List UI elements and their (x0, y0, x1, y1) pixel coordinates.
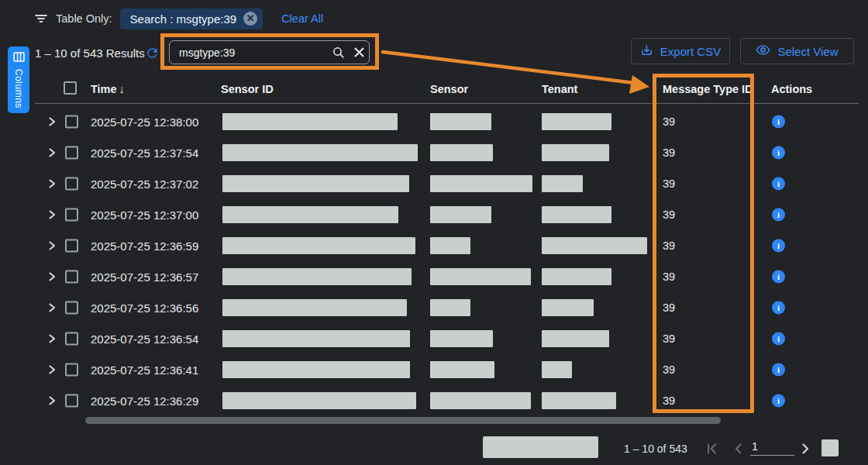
column-header-tenant[interactable]: Tenant (542, 83, 577, 108)
search-filter-chip[interactable]: Search : msgtype:39 ✕ (120, 9, 264, 29)
table-row: 2025-07-25 12:38:00 39 i (0, 106, 868, 137)
redacted-sensor-bar (430, 361, 494, 378)
redacted-sensor-bar (430, 330, 493, 347)
info-icon[interactable]: i (772, 146, 785, 160)
table-row: 2025-07-25 12:36:57 39 i (0, 261, 868, 292)
table-row: 2025-07-25 12:37:02 39 i (0, 168, 868, 199)
select-view-button[interactable]: Select View (740, 38, 854, 64)
column-header-message-type-id[interactable]: Message Type ID (663, 83, 753, 108)
redacted-tenant-bar (542, 237, 647, 254)
columns-icon (13, 51, 25, 65)
redacted-sensor-id-bar (222, 392, 416, 409)
time-cell: 2025-07-25 12:37:00 (91, 208, 198, 222)
expand-row-chevron-icon[interactable] (46, 332, 59, 345)
eye-icon (756, 43, 770, 60)
row-checkbox[interactable] (65, 146, 78, 160)
row-checkbox[interactable] (65, 301, 78, 315)
redacted-sensor-bar (430, 237, 470, 254)
expand-row-chevron-icon[interactable] (46, 394, 59, 407)
row-checkbox[interactable] (65, 239, 78, 253)
expand-row-chevron-icon[interactable] (46, 270, 59, 283)
expand-row-chevron-icon[interactable] (46, 177, 59, 190)
row-checkbox[interactable] (65, 115, 78, 129)
expand-row-chevron-icon[interactable] (46, 239, 59, 252)
column-header-sensor[interactable]: Sensor (430, 83, 468, 108)
clear-all-button[interactable]: Clear All (281, 12, 323, 25)
expand-row-chevron-icon[interactable] (46, 363, 59, 376)
redacted-sensor-bar (430, 392, 531, 409)
page-number-input[interactable] (750, 439, 794, 456)
search-input[interactable] (170, 46, 329, 59)
filter-bar: Table Only: Search : msgtype:39 ✕ Clear … (34, 8, 323, 29)
redacted-sensor-id-bar (222, 268, 412, 285)
pagination-range-label: 1 – 10 of 543 (624, 443, 687, 455)
chip-remove-icon[interactable]: ✕ (243, 12, 257, 26)
last-page-redacted-button[interactable] (822, 439, 839, 456)
row-checkbox[interactable] (65, 394, 78, 408)
row-checkbox[interactable] (65, 177, 78, 191)
column-header-sensor-id[interactable]: Sensor ID (221, 83, 274, 108)
expand-row-chevron-icon[interactable] (46, 146, 59, 159)
info-icon[interactable]: i (772, 301, 785, 315)
log-table-page: Table Only: Search : msgtype:39 ✕ Clear … (0, 0, 868, 465)
row-checkbox[interactable] (65, 332, 78, 346)
message-type-id-cell: 39 (663, 363, 675, 376)
info-icon[interactable]: i (772, 208, 785, 222)
info-icon[interactable]: i (772, 177, 785, 191)
info-icon[interactable]: i (772, 270, 785, 284)
select-all-checkbox[interactable] (64, 81, 77, 95)
filter-list-icon (34, 12, 48, 25)
column-header-time[interactable]: Time↓ (91, 83, 125, 108)
redacted-sensor-id-bar (222, 113, 398, 130)
expand-row-chevron-icon[interactable] (46, 208, 59, 221)
info-icon[interactable]: i (772, 239, 785, 253)
first-page-button[interactable] (704, 440, 721, 457)
redacted-sensor-id-bar (222, 237, 415, 254)
redacted-sensor-bar (430, 144, 493, 161)
next-page-button[interactable] (797, 440, 814, 457)
time-cell: 2025-07-25 12:37:54 (91, 146, 198, 160)
header-divider (35, 103, 859, 104)
time-cell: 2025-07-25 12:36:59 (91, 239, 198, 253)
download-icon (640, 43, 653, 60)
time-cell: 2025-07-25 12:36:41 (91, 363, 198, 377)
previous-page-button[interactable] (730, 440, 747, 457)
search-box (169, 40, 370, 64)
expand-row-chevron-icon[interactable] (46, 115, 59, 128)
table-row: 2025-07-25 12:36:56 39 i (0, 292, 868, 323)
table-row: 2025-07-25 12:36:29 39 i (0, 385, 868, 416)
time-cell: 2025-07-25 12:36:56 (91, 301, 198, 315)
refresh-button[interactable] (145, 46, 160, 61)
row-checkbox[interactable] (65, 363, 78, 377)
rows-per-page-redacted-select[interactable] (483, 436, 598, 458)
search-icon[interactable] (329, 43, 349, 63)
info-icon[interactable]: i (772, 363, 785, 377)
redacted-sensor-id-bar (222, 175, 409, 192)
columns-tab[interactable]: Columns (8, 46, 29, 113)
message-type-id-cell: 39 (663, 208, 675, 221)
horizontal-scrollbar[interactable] (85, 417, 721, 424)
redacted-tenant-bar (542, 361, 572, 378)
redacted-tenant-bar (542, 175, 583, 192)
columns-tab-label: Columns (13, 69, 24, 108)
time-cell: 2025-07-25 12:37:02 (91, 177, 198, 191)
redacted-sensor-bar (430, 268, 531, 285)
row-checkbox[interactable] (65, 208, 78, 222)
select-view-label: Select View (777, 45, 838, 58)
expand-row-chevron-icon[interactable] (46, 301, 59, 314)
table-row: 2025-07-25 12:37:54 39 i (0, 137, 868, 168)
info-icon[interactable]: i (772, 332, 785, 346)
table-only-label: Table Only: (56, 12, 112, 25)
export-csv-button[interactable]: Export CSV (631, 38, 730, 64)
redacted-sensor-bar (430, 206, 491, 223)
table-row: 2025-07-25 12:36:54 39 i (0, 323, 868, 354)
search-clear-icon[interactable] (349, 43, 369, 63)
info-icon[interactable]: i (772, 115, 785, 129)
column-header-actions[interactable]: Actions (771, 83, 812, 108)
message-type-id-cell: 39 (663, 332, 675, 345)
redacted-tenant-bar (542, 299, 594, 316)
redacted-sensor-bar (430, 175, 532, 192)
row-checkbox[interactable] (65, 270, 78, 284)
info-icon[interactable]: i (772, 394, 785, 408)
table-row: 2025-07-25 12:36:59 39 i (0, 230, 868, 261)
